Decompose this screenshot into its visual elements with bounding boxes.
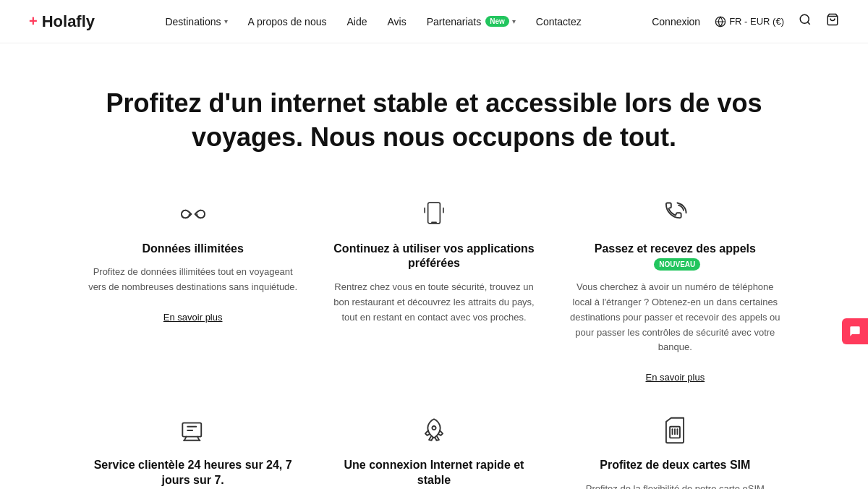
feature-unlimited-data-link[interactable]: En savoir plus [163,312,223,323]
nav-contact[interactable]: Contactez [536,16,582,27]
hero-title: Profitez d'un internet stable et accessi… [87,87,781,155]
feature-support: Service clientèle 24 heures sur 24, 7 jo… [87,414,299,489]
feature-fast-connection: Une connexion Internet rapide et stable … [328,414,540,489]
cart-button[interactable] [826,13,839,30]
feature-unlimited-data-title: Données illimitées [142,242,244,257]
header: + Holafly Destinations ▾ A propos de nou… [0,0,868,43]
nav-reviews[interactable]: Avis [388,16,407,27]
infinity-icon [179,198,207,230]
phone-call-icon [661,198,689,230]
chevron-down-icon: ▾ [512,17,516,25]
feature-dual-sim-desc: Profitez de la flexibilité de notre cart… [569,482,781,489]
svg-line-2 [807,22,809,24]
feature-calls: Passez et recevez des appels NOUVEAU Vou… [569,198,781,386]
feature-support-title: Service clientèle 24 heures sur 24, 7 jo… [87,458,299,488]
chevron-down-icon: ▾ [224,17,228,25]
nav-destinations[interactable]: Destinations ▾ [165,16,227,27]
logo[interactable]: + Holafly [29,12,95,31]
svg-point-1 [800,14,809,23]
feature-calls-desc: Vous cherchez à avoir un numéro de télép… [569,280,781,386]
chat-icon [849,326,861,337]
svg-rect-4 [428,203,441,224]
nav-help[interactable]: Aide [346,16,367,27]
header-right: Connexion FR - EUR (€) [652,13,839,30]
nouveau-badge: NOUVEAU [654,258,700,271]
feature-favorite-apps: Continuez à utiliser vos applications pr… [328,198,540,386]
svg-point-14 [432,426,435,430]
search-icon [799,13,812,26]
globe-icon [715,16,726,27]
feature-apps-title: Continuez à utiliser vos applications pr… [328,242,540,272]
logo-plus: + [29,13,38,30]
feedback-bubble[interactable] [842,318,868,344]
phone-vibrate-icon [420,198,448,230]
locale-selector[interactable]: FR - EUR (€) [715,16,784,27]
main-nav: Destinations ▾ A propos de nous Aide Avi… [165,16,581,27]
feature-dual-sim: Profitez de deux cartes SIM Profitez de … [569,414,781,489]
feature-apps-desc: Rentrez chez vous en toute sécurité, tro… [328,280,540,325]
sim-icon [661,414,689,446]
feature-unlimited-data-desc: Profitez de données illimitées tout en v… [87,265,299,325]
cart-icon [826,13,839,26]
logo-text: Holafly [42,12,95,31]
support-icon [179,414,207,446]
new-badge: New [485,16,509,27]
main-content: Profitez d'un internet stable et accessi… [72,43,796,489]
nav-partnerships[interactable]: Partenariats New ▾ [427,16,516,27]
rocket-icon [420,414,448,446]
feature-fast-connection-title: Une connexion Internet rapide et stable [328,458,540,488]
feature-calls-title: Passez et recevez des appels NOUVEAU [569,242,781,272]
features-grid: Données illimitées Profitez de données i… [87,198,781,489]
feature-calls-link[interactable]: En savoir plus [646,372,705,383]
nav-about[interactable]: A propos de nous [248,16,327,27]
feature-unlimited-data: Données illimitées Profitez de données i… [87,198,299,386]
feature-dual-sim-title: Profitez de deux cartes SIM [600,458,750,473]
search-button[interactable] [799,13,812,30]
connexion-button[interactable]: Connexion [652,16,700,27]
